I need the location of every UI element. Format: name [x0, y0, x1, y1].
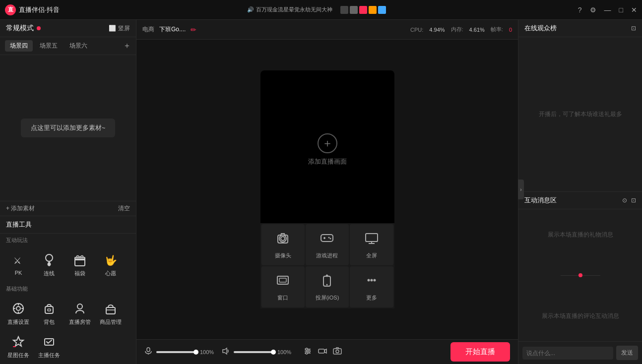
tool-gift-bag[interactable]: 福袋 — [65, 249, 94, 280]
svg-text:⚔: ⚔ — [13, 256, 21, 266]
svg-rect-46 — [333, 349, 341, 354]
titlebar-center: 🔊 百万现金流星晕觉永劫无间大神 — [60, 6, 578, 14]
plus-circle-icon[interactable]: ＋ — [318, 133, 337, 153]
help-button[interactable]: ? — [578, 6, 582, 14]
svg-point-42 — [308, 350, 310, 352]
vertical-screen-button[interactable]: ⬜ 竖屏 — [109, 24, 130, 33]
svg-rect-10 — [106, 307, 115, 314]
center-top-bar: 电商 下班Go.... ✏ CPU: 4.94% 内存: 4.61% 帧率: 0 — [136, 20, 518, 40]
speaker-icon: 🔊 — [247, 6, 254, 13]
color-dot-1 — [340, 6, 348, 14]
source-more[interactable]: 更多 — [350, 266, 393, 307]
source-fullscreen[interactable]: 全屏 — [350, 224, 393, 265]
connect-icon — [41, 252, 57, 268]
svg-point-9 — [77, 304, 82, 309]
tool-heart[interactable]: 🤟 心愿 — [96, 249, 125, 280]
backpack-label: 背包 — [44, 318, 55, 326]
expand-icon[interactable]: ⊡ — [631, 25, 636, 32]
scene-tab-4[interactable]: 场景四 — [5, 40, 33, 52]
source-grid: 摄像头 游戏进程 全屏 — [260, 223, 394, 308]
vertical-icon: ⬜ — [109, 25, 116, 32]
left-panel: 常规模式 ⬜ 竖屏 场景四 场景五 场景六 ＋ 点这里可以添加更多素材~ + 添… — [0, 20, 136, 364]
svg-rect-29 — [279, 278, 286, 282]
maximize-button[interactable]: □ — [619, 6, 623, 14]
message-input-area: 发送 — [518, 341, 642, 364]
tool-pk[interactable]: ⚔ PK — [4, 249, 33, 280]
screenshot-icon[interactable] — [333, 347, 342, 358]
window-icon — [275, 272, 291, 291]
audience-empty-text: 开播后，可了解本场谁送礼最多 — [518, 37, 642, 191]
audience-icons: ⊡ — [631, 25, 636, 32]
titlebar: 直 直播伴侣·抖音 🔊 百万现金流星晕觉永劫无间大神 ? ⚙ — □ ✕ — [0, 0, 642, 20]
collapse-right-panel[interactable]: › — [518, 180, 524, 199]
message-input[interactable] — [522, 347, 613, 360]
close-button[interactable]: ✕ — [631, 6, 637, 14]
color-bar — [340, 6, 386, 14]
expand-message-icon[interactable]: ⊡ — [631, 197, 636, 204]
add-material-hint[interactable]: 点这里可以添加更多素材~ — [21, 119, 116, 137]
audience-section: 在线观众榜 ⊡ 开播后，可了解本场谁送礼最多 — [518, 20, 642, 192]
svg-point-43 — [306, 352, 308, 354]
source-camera[interactable]: 摄像头 — [261, 224, 305, 265]
tool-star-task[interactable]: 星图任务 — [4, 331, 33, 362]
cpu-label: CPU: — [410, 27, 423, 33]
color-dot-4 — [369, 6, 377, 14]
record-icon[interactable] — [318, 347, 327, 358]
mic-volume-slider[interactable] — [156, 351, 196, 353]
scene-name-display: 下班Go.... — [159, 25, 186, 34]
shop-tag: 电商 — [142, 25, 154, 34]
minimize-button[interactable]: — — [604, 6, 611, 14]
audience-section-header: 在线观众榜 ⊡ — [518, 20, 642, 37]
svg-rect-24 — [366, 234, 378, 242]
live-tools-title: 直播工具 — [0, 216, 136, 234]
color-dot-5 — [378, 6, 386, 14]
gift-bag-icon — [72, 252, 88, 268]
svg-marker-37 — [223, 348, 227, 354]
source-ios[interactable]: 投屏(iOS) — [306, 266, 349, 307]
speaker-volume-slider[interactable] — [234, 351, 273, 353]
add-scene-button[interactable]: ＋ — [123, 41, 131, 51]
live-settings-label: 直播设置 — [7, 318, 29, 326]
pk-icon: ⚔ — [10, 252, 26, 268]
live-room-icon — [72, 301, 88, 316]
mixer-icon[interactable] — [303, 347, 312, 358]
basic-tools-grid: 直播设置 背包 直播房管 商品管理 — [0, 296, 136, 364]
tool-live-settings[interactable]: 直播设置 — [4, 298, 33, 329]
settings-button[interactable]: ⚙ — [590, 6, 596, 14]
mem-label: 内存: — [451, 26, 463, 33]
add-scene-center[interactable]: ＋ 添加直播画面 — [308, 133, 347, 166]
speaker-volume-pct: 100% — [277, 349, 295, 355]
add-material-button[interactable]: + 添加素材 — [6, 204, 35, 213]
message-title: 互动消息区 — [524, 196, 557, 205]
source-window[interactable]: 窗口 — [261, 266, 305, 307]
source-game[interactable]: 游戏进程 — [306, 224, 349, 265]
star-task-icon — [10, 334, 26, 350]
color-dot-2 — [350, 6, 358, 14]
svg-point-33 — [370, 279, 373, 282]
scene-tab-6[interactable]: 场景六 — [64, 40, 92, 52]
send-button[interactable]: 发送 — [616, 346, 638, 360]
mic-volume-thumb — [193, 350, 198, 355]
tool-backpack[interactable]: 背包 — [35, 298, 64, 329]
goods-icon — [103, 301, 119, 316]
scene-tab-5[interactable]: 场景五 — [35, 40, 63, 52]
comment-hint: 展示本场直播的评论互动消息 — [542, 312, 619, 320]
interactive-section-label: 互动玩法 — [0, 234, 136, 247]
settings-icon[interactable]: ⊙ — [622, 197, 627, 204]
tool-host-task[interactable]: 主播任务 — [35, 331, 64, 362]
cpu-stats: CPU: 4.94% 内存: 4.61% 帧率: 0 — [410, 26, 512, 33]
message-section: 互动消息区 ⊙ ⊡ 展示本场直播的礼物消息 展示本场直播的评论互动消息 发送 — [518, 192, 642, 364]
tool-goods[interactable]: 商品管理 — [96, 298, 125, 329]
more-label: 更多 — [366, 294, 377, 302]
tool-live-room[interactable]: 直播房管 — [65, 298, 94, 329]
svg-point-22 — [328, 237, 330, 239]
start-live-button[interactable]: 开始直播 — [450, 342, 510, 362]
svg-text:🤟: 🤟 — [105, 254, 117, 266]
bottom-bar: 100% 100% 开始直播 — [136, 339, 518, 364]
edit-scene-icon[interactable]: ✏ — [191, 26, 196, 34]
pk-label: PK — [15, 270, 22, 276]
clear-button[interactable]: 清空 — [118, 204, 130, 213]
tool-connect[interactable]: 连线 — [35, 249, 64, 280]
svg-point-23 — [330, 238, 331, 240]
mic-volume-fill — [156, 351, 196, 353]
